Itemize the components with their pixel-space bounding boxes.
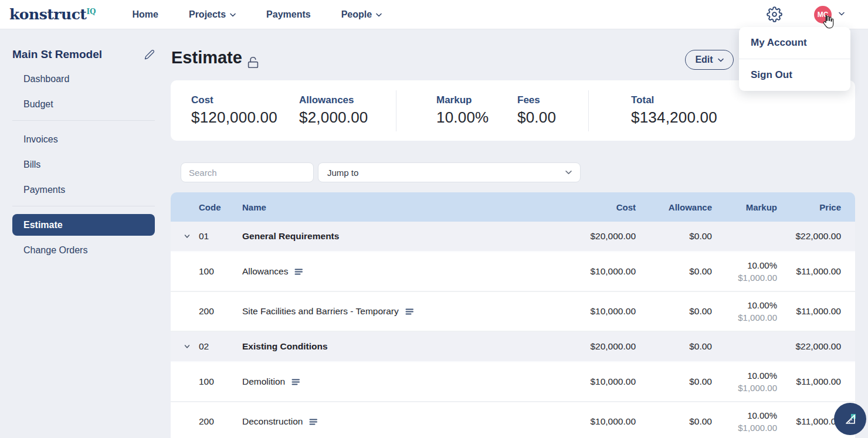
row-allowance: $0.00	[636, 376, 712, 387]
row-allowance: $0.00	[636, 416, 712, 427]
user-menu: My AccountSign Out	[739, 27, 850, 91]
row-name: Deconstruction	[242, 416, 303, 427]
row-price: $11,000.00	[777, 306, 841, 317]
summary-card-total: Total $134,200.00	[631, 94, 717, 127]
table-item-row[interactable]: 200 Site Facilities and Barriers - Tempo…	[171, 292, 855, 332]
summary-card-label: Markup	[436, 94, 517, 106]
row-allowance: $0.00	[636, 306, 712, 317]
app-window: konstructIQ Home Projects Payments Peopl…	[0, 0, 868, 438]
table-header: Code Name Cost Allowance Markup Price	[171, 192, 855, 222]
row-name: Site Facilities and Barriers - Temporary	[242, 306, 399, 317]
row-code: 100	[199, 376, 242, 387]
row-allowance: $0.00	[636, 231, 712, 242]
row-markup-percent: 10.00%	[747, 409, 777, 422]
user-menu-item-sign-out[interactable]: Sign Out	[739, 59, 850, 91]
row-allowance: $0.00	[636, 341, 712, 352]
nav-item-payments[interactable]: Payments	[266, 9, 311, 20]
column-name: Name	[242, 202, 548, 212]
sidebar-item-change-orders[interactable]: Change Orders	[12, 239, 155, 261]
sidebar-item-invoices[interactable]: Invoices	[12, 128, 155, 150]
sidebar-item-label: Dashboard	[23, 74, 69, 84]
table-item-row[interactable]: 100 Allowances $10,000.00 $0.00 10.00% $…	[171, 252, 855, 292]
note-lines-icon[interactable]	[309, 418, 318, 426]
summary-card-value: $134,200.00	[631, 108, 717, 127]
summary-card-fees: Fees $0.00	[517, 94, 588, 127]
unlock-icon[interactable]	[247, 56, 259, 69]
summary-card-value: 10.00%	[436, 108, 517, 127]
note-lines-icon[interactable]	[294, 268, 303, 276]
jump-to-select[interactable]: Jump to	[318, 162, 581, 182]
sidebar-item-budget[interactable]: Budget	[12, 93, 155, 115]
nav-item-projects[interactable]: Projects	[189, 9, 236, 20]
sidebar-divider	[12, 206, 155, 206]
summary-divider	[588, 90, 589, 131]
sidebar-item-label: Bills	[23, 159, 40, 170]
sidebar: Main St Remodel DashboardBudgetInvoicesB…	[0, 29, 167, 438]
edit-button[interactable]: Edit	[685, 50, 734, 70]
summary-divider	[396, 90, 396, 131]
row-name: Allowances	[242, 266, 288, 277]
table-item-row[interactable]: 200 Deconstruction $10,000.00 $0.00 10.0…	[171, 402, 855, 438]
nav-item-home[interactable]: Home	[133, 9, 158, 20]
nav-item-label: Home	[133, 9, 158, 20]
set-square-icon	[843, 412, 857, 426]
nav-item-label: Projects	[189, 9, 226, 20]
avatar[interactable]: MC	[814, 6, 832, 23]
sidebar-item-label: Payments	[23, 185, 65, 195]
summary-card-markup: Markup 10.00%	[436, 94, 517, 127]
row-code: 100	[199, 266, 242, 277]
row-markup-amount: $1,000.00	[738, 271, 777, 284]
row-price: $11,000.00	[777, 266, 841, 277]
column-allowance: Allowance	[636, 202, 712, 212]
row-markup-amount: $1,000.00	[738, 422, 777, 434]
page-title: Estimate	[171, 48, 242, 67]
table-item-row[interactable]: 100 Demolition $10,000.00 $0.00 10.00% $…	[171, 362, 855, 402]
note-lines-icon[interactable]	[291, 378, 300, 386]
row-cost: $20,000.00	[548, 341, 636, 352]
user-menu-item-my-account[interactable]: My Account	[739, 27, 850, 59]
sidebar-item-estimate[interactable]: Estimate	[12, 214, 155, 236]
row-markup-percent: 10.00%	[747, 259, 777, 271]
chevron-down-icon	[565, 170, 572, 175]
table-group-row[interactable]: 02 Existing Conditions $20,000.00 $0.00 …	[171, 332, 855, 362]
column-markup: Markup	[712, 202, 777, 212]
chevron-down-icon	[718, 58, 724, 62]
collapse-chevron-icon[interactable]	[184, 343, 199, 350]
row-code: 200	[199, 306, 242, 317]
column-cost: Cost	[548, 202, 636, 212]
summary-card-label: Allowances	[299, 94, 396, 106]
table-group-row[interactable]: 01 General Requirements $20,000.00 $0.00…	[171, 222, 855, 252]
note-lines-icon[interactable]	[405, 308, 414, 315]
demo-widget-button[interactable]	[834, 403, 866, 435]
nav-item-people[interactable]: People	[341, 9, 382, 20]
avatar-chevron-down-icon[interactable]	[839, 12, 845, 16]
konstruct-logo[interactable]: konstructIQ	[9, 6, 96, 23]
edit-pencil-icon[interactable]	[144, 49, 155, 60]
top-nav: Home Projects Payments People	[133, 9, 382, 20]
project-name: Main St Remodel	[12, 48, 102, 61]
sidebar-item-bills[interactable]: Bills	[12, 154, 155, 175]
chevron-down-icon	[376, 13, 382, 17]
sidebar-item-label: Invoices	[23, 134, 58, 145]
gear-icon[interactable]	[767, 6, 782, 22]
sidebar-item-dashboard[interactable]: Dashboard	[12, 68, 155, 90]
collapse-chevron-icon[interactable]	[184, 233, 199, 240]
search-input[interactable]	[181, 162, 314, 182]
row-price: $11,000.00	[777, 416, 841, 427]
row-code: 02	[199, 341, 242, 352]
row-markup-percent: 10.00%	[747, 369, 777, 382]
sidebar-item-label: Estimate	[23, 220, 63, 230]
row-cost: $10,000.00	[548, 266, 636, 277]
row-price: $22,000.00	[777, 231, 841, 242]
jump-to-label: Jump to	[327, 168, 565, 178]
row-cost: $20,000.00	[548, 231, 636, 242]
row-markup-amount: $1,000.00	[738, 382, 777, 394]
estimate-table: Code Name Cost Allowance Markup Price 01…	[171, 192, 855, 438]
nav-item-label: Payments	[266, 9, 311, 20]
sidebar-item-payments[interactable]: Payments	[12, 179, 155, 201]
sidebar-item-label: Change Orders	[23, 245, 87, 256]
chevron-down-icon	[230, 13, 236, 17]
row-cost: $10,000.00	[548, 306, 636, 317]
row-code: 01	[199, 231, 242, 242]
table-body: 01 General Requirements $20,000.00 $0.00…	[171, 222, 855, 438]
